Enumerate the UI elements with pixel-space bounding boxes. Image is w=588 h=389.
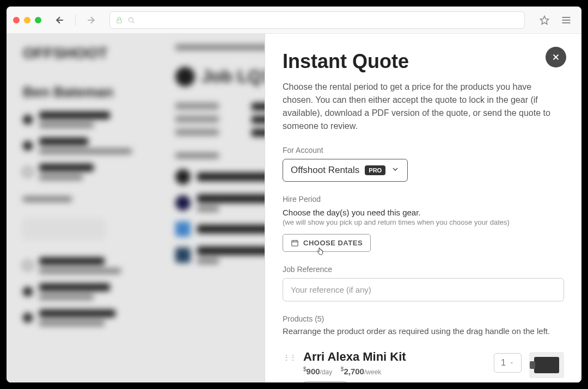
back-button[interactable] [52, 13, 68, 28]
camera-icon [534, 357, 559, 373]
calendar-icon [291, 239, 299, 247]
maximize-window-button[interactable] [35, 17, 41, 23]
page-content: OFFSHOOT Ben Bateman Job LQ193 [7, 34, 581, 382]
minimize-window-button[interactable] [24, 17, 30, 23]
account-select[interactable]: Offshoot Rentals PRO [283, 159, 408, 182]
account-label: For Account [283, 146, 564, 155]
product-name: Arri Alexa Mini Kit [303, 350, 486, 364]
quantity-select[interactable]: 1 [494, 353, 522, 373]
bookmark-button[interactable] [536, 11, 553, 29]
instant-quote-modal: Instant Quote Choose the rental period t… [265, 34, 581, 382]
remove-button[interactable]: REMOVE [303, 381, 347, 382]
window-controls [13, 17, 41, 23]
svg-rect-0 [117, 20, 121, 23]
modal-title: Instant Quote [283, 50, 564, 73]
job-ref-label: Job Reference [283, 265, 564, 274]
menu-button[interactable] [558, 11, 575, 29]
product-pricing: $900/day $2,700/week [303, 366, 486, 376]
close-modal-button[interactable] [546, 47, 566, 67]
drag-handle-icon[interactable]: ⋮⋮ [283, 350, 296, 362]
modal-overlay[interactable]: Instant Quote Choose the rental period t… [7, 34, 581, 382]
hire-period-label: Hire Period [283, 195, 564, 203]
url-bar[interactable] [109, 11, 525, 29]
svg-point-1 [128, 17, 133, 22]
arrow-right-icon [85, 15, 96, 26]
pro-badge: PRO [365, 165, 385, 175]
cursor-icon [316, 246, 324, 258]
arrow-left-icon [54, 15, 65, 26]
choose-dates-button[interactable]: CHOOSE DATES [283, 234, 371, 252]
job-reference-input[interactable] [283, 278, 564, 301]
search-icon [127, 16, 135, 24]
caret-down-icon [509, 360, 514, 366]
hire-helper-text: Choose the day(s) you need this gear. [283, 208, 564, 217]
browser-toolbar [7, 7, 581, 34]
forward-button[interactable] [83, 13, 99, 28]
close-icon [551, 52, 561, 62]
quantity-value: 1 [501, 358, 506, 368]
divider [75, 15, 76, 26]
account-name: Offshoot Rentals [291, 165, 359, 176]
products-helper: Rearrange the product order as required … [283, 326, 564, 336]
star-icon [540, 15, 549, 25]
svg-rect-3 [292, 240, 298, 246]
product-thumbnail [529, 352, 564, 378]
lock-icon [115, 16, 123, 24]
chevron-down-icon [391, 165, 400, 176]
choose-dates-label: CHOOSE DATES [303, 239, 363, 247]
hamburger-icon [561, 15, 572, 26]
hire-sub-text: (we will show you pick up and return tim… [283, 218, 564, 226]
svg-marker-2 [541, 16, 549, 24]
products-label: Products (5) [283, 314, 564, 323]
close-window-button[interactable] [13, 17, 20, 23]
modal-description: Choose the rental period to get a price … [283, 81, 564, 133]
browser-window: OFFSHOOT Ben Bateman Job LQ193 [7, 7, 581, 382]
product-row: ⋮⋮ Arri Alexa Mini Kit $900/day $2,700/w… [283, 344, 564, 382]
